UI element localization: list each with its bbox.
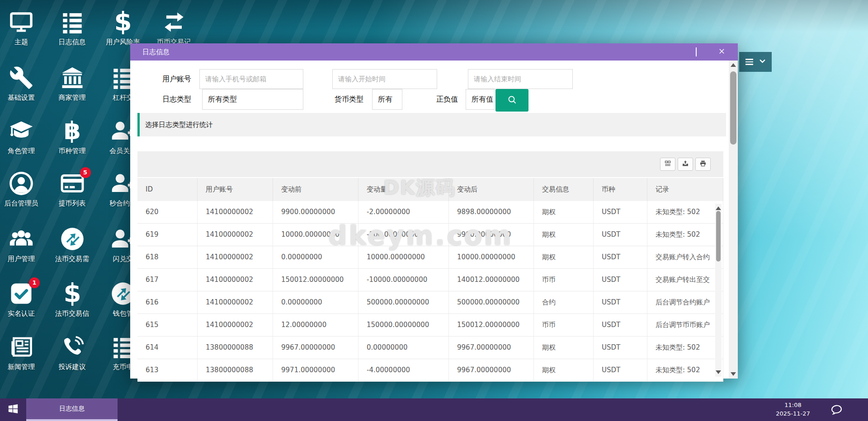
desktop-menu-button[interactable] — [739, 52, 772, 72]
start-time-input[interactable] — [332, 69, 437, 89]
table-cell: USDT — [594, 246, 647, 268]
table-cell: USDT — [594, 291, 647, 313]
close-button[interactable] — [709, 43, 734, 61]
search-button[interactable] — [495, 89, 528, 112]
desktop-app-8[interactable]: 角色管理 — [0, 118, 46, 155]
table-scrollbar[interactable] — [715, 204, 722, 377]
table-cell: USDT — [594, 269, 647, 291]
table-row[interactable]: 614138000000889967.000000000.00000000996… — [137, 337, 723, 359]
chat-bubble-icon[interactable] — [827, 401, 845, 419]
table-cell: USDT — [594, 201, 647, 223]
table-row[interactable]: 616141000000020.00000000500000.000000005… — [137, 291, 723, 314]
table-cell: 未知类型: 502 — [647, 224, 723, 246]
table-cell: 合约 — [534, 291, 594, 313]
columns-button[interactable] — [660, 158, 675, 171]
print-button[interactable] — [695, 158, 711, 171]
table-body: 620141000000029900.00000000-2.0000000098… — [137, 201, 723, 382]
table-row[interactable]: 620141000000029900.00000000-2.0000000098… — [137, 201, 723, 224]
svg-text:฿: ฿ — [64, 119, 81, 143]
desktop-app-label: 基础设置 — [0, 94, 46, 102]
desktop-app-label: 法币交易信 — [47, 309, 97, 318]
export-button[interactable] — [678, 158, 693, 171]
exchange-circle-icon — [47, 226, 97, 252]
table-cell: 0.00000000 — [273, 291, 359, 313]
taskbar-clock[interactable]: 11:08 2025-11-27 — [768, 398, 818, 421]
svg-text:$: $ — [114, 10, 132, 34]
desktop-app-11[interactable]: 后台管理员 — [0, 170, 46, 208]
table-row[interactable]: 618141000000020.0000000010000.0000000010… — [137, 246, 723, 269]
table-cell: 10000.00000000 — [359, 246, 449, 268]
columns-icon — [664, 160, 671, 169]
table-cell: 未知类型: 502 — [647, 201, 723, 223]
minimize-button[interactable] — [658, 43, 684, 61]
window-scrollbar[interactable] — [729, 61, 738, 379]
log-type-select[interactable]: 所有类型 — [202, 89, 303, 110]
desktop-app-4[interactable]: 币币交易记 — [149, 9, 199, 47]
table-cell: 14100000002 — [198, 246, 273, 268]
desktop-app-12[interactable]: 5提币列表 — [47, 170, 97, 208]
table-cell: USDT — [594, 314, 647, 336]
end-time-input[interactable] — [468, 69, 573, 89]
table-cell: 13800000088 — [198, 359, 273, 381]
desktop-app-9[interactable]: ฿币种管理 — [47, 118, 97, 155]
column-header: 币种 — [594, 178, 647, 201]
desktop-app-label: 币种管理 — [47, 147, 97, 155]
graduation-cap-icon — [0, 118, 46, 144]
table-cell: 500000.00000000 — [449, 291, 534, 313]
table-cell: 12.00000000 — [273, 314, 359, 336]
desktop-app-6[interactable]: 商家管理 — [47, 65, 97, 102]
desktop-app-20[interactable]: 新闻管理 — [0, 334, 46, 371]
account-input[interactable] — [199, 69, 303, 89]
table-cell: 615 — [137, 314, 198, 336]
table-row[interactable]: 6191410000000210000.00000000-100.0000000… — [137, 224, 723, 246]
desktop-app-label: 用户管理 — [0, 255, 46, 263]
card-icon: 5 — [47, 170, 97, 196]
wrench-icon — [0, 65, 46, 91]
magnifier-icon — [507, 94, 518, 107]
table-cell: 后台调节币币账户 — [647, 314, 723, 336]
desktop-app-5[interactable]: 基础设置 — [0, 65, 46, 102]
desktop-app-label: 后台管理员 — [0, 199, 46, 208]
sign-select[interactable]: 所有值 — [466, 89, 495, 110]
table-cell: -100.00000000 — [359, 224, 449, 246]
table-cell: 150000.00000000 — [359, 314, 449, 336]
table-cell: 150012.00000000 — [273, 269, 359, 291]
desktop-app-21[interactable]: 投诉建议 — [47, 334, 97, 371]
log-info-window: 日志信息 用户账号 日志类型 所有类型 货币类型 所有 正负值 所有值 选择日志… — [130, 43, 738, 379]
desktop-app-2[interactable]: 日志信息 — [47, 9, 97, 47]
desktop-app-17[interactable]: 1实名认证 — [0, 281, 46, 318]
desktop-app-15[interactable]: 法币交易需 — [47, 226, 97, 263]
table-row[interactable]: 6151410000000212.00000000150000.00000000… — [137, 314, 723, 337]
users-group-icon — [0, 226, 46, 252]
table-cell: 9967.00000000 — [273, 337, 359, 359]
table-cell: 617 — [137, 269, 198, 291]
desktop-app-label: 角色管理 — [0, 147, 46, 155]
notification-badge: 5 — [80, 167, 91, 178]
table-cell: 期权 — [534, 359, 594, 381]
start-button[interactable] — [0, 398, 26, 421]
maximize-button[interactable] — [684, 43, 709, 61]
account-label: 用户账号 — [130, 69, 191, 89]
taskbar: 日志信息 11:08 2025-11-27 — [0, 398, 868, 421]
taskbar-task-log-info[interactable]: 日志信息 — [26, 398, 118, 421]
monitor-icon — [0, 9, 46, 35]
window-titlebar[interactable]: 日志信息 — [130, 43, 738, 61]
export-icon — [682, 160, 689, 169]
desktop-app-3[interactable]: $用户风险率 — [98, 9, 148, 47]
table-cell: 10000.00000000 — [449, 246, 534, 268]
table-row[interactable]: 613138000000889971.00000000-4.0000000099… — [137, 359, 723, 382]
desktop-app-label: 主题 — [0, 38, 46, 47]
desktop-app-14[interactable]: 用户管理 — [0, 226, 46, 263]
column-header: 变动后 — [449, 178, 534, 201]
table-row[interactable]: 61714100000002150012.00000000-10000.0000… — [137, 269, 723, 291]
table-header: ID用户账号变动前变动量变动后交易信息币种记录 — [137, 177, 723, 201]
desktop-app-1[interactable]: 主题 — [0, 9, 46, 47]
table-cell: 币币 — [534, 314, 594, 336]
print-icon — [699, 160, 707, 169]
taskbar-task-label: 日志信息 — [59, 405, 85, 413]
table-cell: -2.00000000 — [359, 201, 449, 223]
table-cell: 后台调节合约账户 — [647, 291, 723, 313]
table-cell: 期权 — [534, 337, 594, 359]
table-cell: 14100000002 — [198, 314, 273, 336]
desktop-app-18[interactable]: $法币交易信 — [47, 281, 97, 318]
